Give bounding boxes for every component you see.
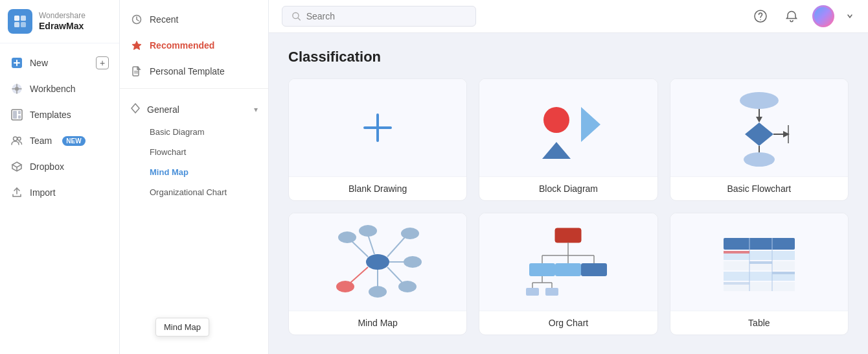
svg-marker-27	[131, 104, 139, 113]
card-mind-map[interactable]: Mind Map	[288, 213, 467, 335]
panel-item-personal-template[interactable]: Personal Template	[120, 58, 268, 84]
svg-line-62	[387, 267, 402, 283]
svg-point-37	[740, 92, 779, 109]
card-block-diagram[interactable]: Block Diagram	[479, 78, 657, 201]
file-icon	[130, 65, 143, 78]
nav-label-dropbox: Dropbox	[30, 161, 64, 172]
nav-item-team[interactable]: Team NEW	[0, 128, 119, 154]
card-visual-block	[479, 79, 657, 176]
svg-point-46	[744, 152, 775, 167]
team-new-badge: NEW	[62, 136, 85, 146]
card-visual-flowchart	[670, 79, 848, 176]
general-section-label: General	[147, 104, 179, 115]
general-section: General ▾ Basic Diagram Flowchart Mind M…	[120, 97, 268, 202]
search-icon	[291, 11, 301, 21]
notification-button[interactable]	[781, 6, 802, 27]
upload-icon	[10, 186, 23, 199]
app-logo-icon	[8, 9, 32, 34]
svg-marker-19	[12, 162, 21, 167]
card-basic-flowchart[interactable]: Basic Flowchart	[670, 78, 849, 201]
box-icon	[10, 160, 23, 173]
svg-marker-35	[581, 107, 600, 142]
search-bar[interactable]	[282, 6, 476, 27]
card-blank-drawing[interactable]: Blank Drawing	[288, 78, 467, 201]
svg-point-63	[398, 281, 417, 292]
svg-rect-78	[545, 288, 558, 296]
svg-rect-0	[14, 16, 19, 21]
card-org-chart[interactable]: Org Chart	[479, 213, 657, 335]
logo-text: Wondershare EdrawMax	[39, 11, 86, 31]
nav-item-templates[interactable]: Templates	[0, 102, 119, 128]
card-label-block: Block Diagram	[479, 176, 657, 200]
svg-marker-36	[542, 142, 571, 159]
svg-line-50	[352, 241, 368, 257]
cards-grid: Blank Drawing Block Diagram	[288, 78, 849, 335]
nav-item-workbench[interactable]: Workbench	[0, 76, 119, 102]
nav-item-dropbox[interactable]: Dropbox	[0, 154, 119, 180]
grid-icon	[10, 82, 23, 95]
nav-item-import[interactable]: Import	[0, 180, 119, 206]
card-visual-org	[479, 213, 657, 311]
sub-item-flowchart[interactable]: Flowchart	[120, 142, 268, 162]
card-table[interactable]: Table	[670, 213, 849, 335]
sub-item-org-chart[interactable]: Organizational Chart	[120, 182, 268, 202]
nav-label-templates: Templates	[30, 110, 71, 120]
card-label-flowchart: Basic Flowchart	[670, 176, 848, 200]
svg-rect-1	[21, 16, 26, 21]
nav-add-btn[interactable]: +	[96, 56, 109, 69]
card-label-table: Table	[670, 311, 848, 335]
card-label-blank: Blank Drawing	[289, 176, 466, 200]
nav-label-import: Import	[30, 187, 56, 198]
svg-point-55	[401, 228, 419, 239]
svg-line-54	[387, 237, 405, 257]
panel-item-recommended[interactable]: Recommended	[120, 32, 268, 58]
diamond-icon	[130, 103, 141, 115]
top-bar-actions	[750, 5, 855, 27]
help-button[interactable]	[750, 6, 771, 27]
card-label-org: Org Chart	[479, 311, 657, 335]
svg-line-29	[298, 18, 300, 20]
svg-marker-23	[132, 41, 141, 50]
general-sub-items: Basic Diagram Flowchart Mind Map Organiz…	[120, 122, 268, 202]
panel-label-recommended: Recommended	[150, 40, 214, 51]
svg-point-51	[338, 231, 356, 243]
svg-rect-71	[555, 263, 581, 276]
svg-line-58	[350, 267, 368, 283]
svg-point-53	[359, 225, 377, 237]
panel-item-recent[interactable]: Recent	[120, 6, 268, 32]
sub-item-basic-diagram[interactable]: Basic Diagram	[120, 122, 268, 142]
search-input[interactable]	[306, 11, 466, 21]
svg-rect-3	[21, 22, 26, 27]
svg-line-52	[368, 235, 374, 254]
chevron-down-icon: ▾	[254, 105, 258, 114]
svg-rect-77	[526, 288, 539, 296]
users-icon	[10, 134, 23, 147]
svg-rect-16	[18, 115, 21, 119]
general-section-header[interactable]: General ▾	[120, 97, 268, 122]
svg-point-61	[369, 286, 387, 298]
top-bar	[269, 0, 868, 33]
main-content: Classification Blank Drawing	[269, 0, 868, 354]
sub-item-mind-map[interactable]: Mind Map	[120, 162, 268, 182]
star-icon	[130, 39, 143, 52]
svg-marker-40	[745, 123, 773, 146]
svg-point-8	[15, 87, 19, 91]
nav-label-team: Team	[30, 136, 52, 146]
logo-product: EdrawMax	[39, 21, 86, 32]
svg-rect-86	[724, 251, 749, 254]
panel-label-personal: Personal Template	[150, 66, 225, 77]
section-title: Classification	[288, 49, 849, 65]
nav-item-new[interactable]: New +	[0, 50, 119, 76]
logo-area: Wondershare EdrawMax	[0, 0, 119, 43]
avatar-dropdown-icon[interactable]	[845, 6, 855, 27]
svg-rect-15	[18, 111, 21, 114]
svg-point-57	[404, 256, 422, 268]
nav-label-workbench: Workbench	[30, 84, 76, 94]
card-visual-table	[670, 213, 848, 311]
svg-rect-79	[724, 238, 795, 250]
avatar[interactable]	[812, 5, 834, 27]
svg-rect-89	[724, 282, 749, 285]
svg-point-18	[17, 137, 21, 141]
svg-point-59	[336, 281, 354, 292]
avatar-image	[814, 7, 832, 25]
